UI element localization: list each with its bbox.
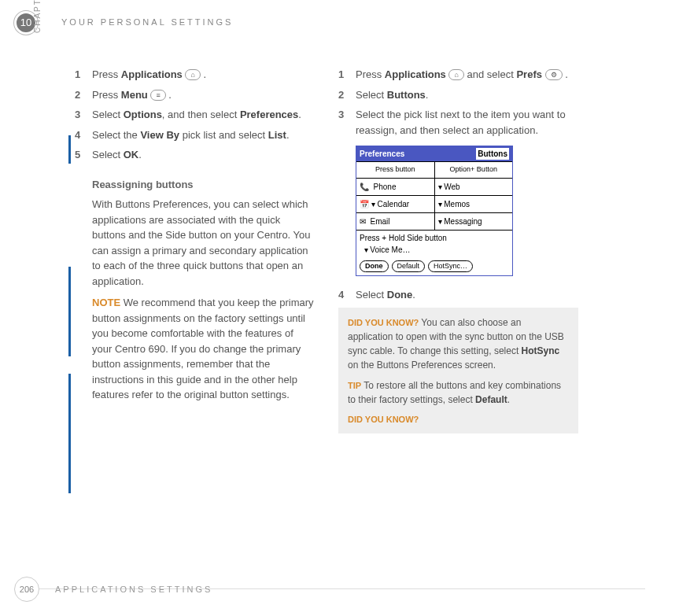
footer-section-title: APPLICATIONS SETTINGS	[55, 583, 212, 596]
change-marker	[68, 267, 71, 356]
email-icon: ✉	[360, 217, 366, 226]
change-marker	[68, 135, 71, 164]
chevron-down-icon: ▾	[371, 200, 375, 208]
chevron-down-icon: ▾	[438, 217, 442, 226]
home-icon: ⌂	[448, 69, 463, 80]
chevron-down-icon: ▾	[438, 200, 442, 208]
preferences-screenshot: PreferencesButtons Press buttonOption+ B…	[356, 146, 513, 276]
subheading: Reassigning buttons	[92, 177, 315, 193]
list-item: 2 Press Menu ≡ .	[75, 87, 315, 103]
left-column: 1 Press Applications ⌂ . 2 Press Menu ≡ …	[75, 67, 315, 433]
phone-icon: 📞	[360, 183, 369, 191]
change-marker	[68, 374, 71, 493]
list-item: 3 Select the pick list next to the item …	[338, 107, 578, 138]
list-item: 5 Select OK.	[75, 147, 315, 163]
chevron-down-icon: ▾	[438, 183, 442, 191]
calendar-icon: 📅	[360, 200, 369, 208]
list-item: 1 Press Applications ⌂ and select Prefs …	[338, 67, 578, 83]
page-number-badge: 206	[14, 577, 39, 602]
home-icon: ⌂	[185, 69, 200, 80]
list-item: 4 Select the View By pick list and selec…	[75, 127, 315, 143]
menu-icon: ≡	[150, 90, 165, 101]
list-item: 3 Select Options, and then select Prefer…	[75, 107, 315, 123]
table-row: ✉ Email▾ Messaging	[356, 212, 512, 230]
default-button: Default	[392, 260, 426, 273]
prefs-icon: ⚙	[545, 69, 563, 80]
chapter-label-vertical: CHAPTER	[31, 0, 43, 33]
did-you-know-label: DID YOU KNOW?	[348, 318, 419, 327]
page-footer: 206 APPLICATIONS SETTINGS	[14, 577, 212, 602]
tip-box: DID YOU KNOW? You can also choose an app…	[338, 308, 578, 434]
note-label: NOTE	[92, 297, 120, 308]
right-column: 1 Press Applications ⌂ and select Prefs …	[338, 67, 578, 433]
chevron-down-icon: ▾	[364, 245, 368, 254]
table-row: 📞 Phone▾ Web	[356, 178, 512, 195]
list-item: 1 Press Applications ⌂ .	[75, 67, 315, 83]
did-you-know-label: DID YOU KNOW?	[348, 413, 569, 426]
page-header-title: YOUR PERSONAL SETTINGS	[61, 16, 233, 29]
note-paragraph: NOTE We recommend that you keep the prim…	[92, 295, 315, 403]
hotsync-button: HotSync…	[428, 260, 473, 273]
list-item: 4 Select Done.	[338, 287, 578, 303]
tip-label: TIP	[348, 381, 361, 390]
done-button: Done	[360, 260, 389, 273]
table-row: 📅 ▾ Calendar▾ Memos	[356, 195, 512, 212]
paragraph: With Buttons Preferences, you can select…	[92, 197, 315, 289]
list-item: 2 Select Buttons.	[338, 87, 578, 103]
